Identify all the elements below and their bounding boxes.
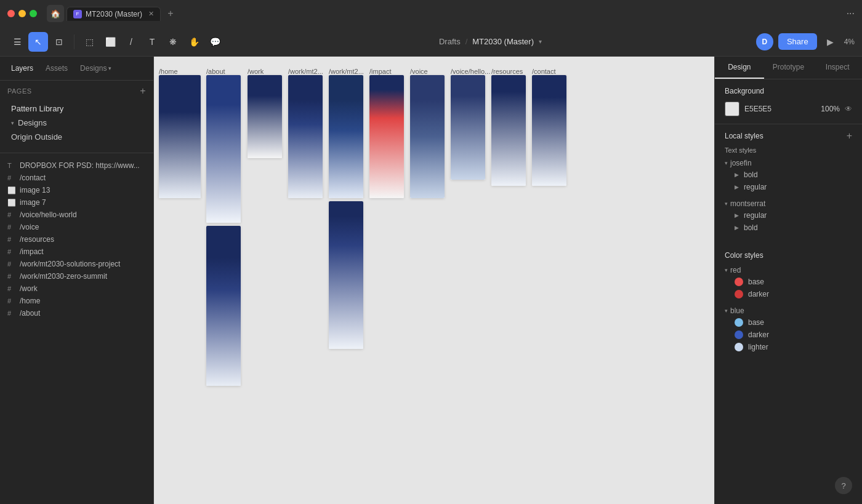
tab-inspect[interactable]: Inspect: [813, 57, 862, 79]
frame-group-work-zero: /work/mt2...: [329, 68, 364, 198]
layer-item-voice-hello[interactable]: # /voice/hello-world: [0, 209, 153, 221]
image-icon: ⬜: [7, 199, 16, 207]
add-tab-button[interactable]: +: [163, 6, 178, 21]
components-tool-button[interactable]: ❋: [163, 32, 183, 52]
blue-group-header[interactable]: ▾ blue: [725, 305, 852, 316]
pen-tool-button[interactable]: /: [121, 32, 141, 52]
frame-thumb-work-extra[interactable]: [329, 201, 363, 349]
titlebar: 🏠 F MT2030 (Master) ✕ + ···: [0, 0, 862, 27]
frame-thumb-work[interactable]: [248, 75, 282, 158]
frame-label-resources: /resources: [491, 68, 526, 75]
layer-item-dropbox[interactable]: T DROPBOX FOR PSD: https://www...: [0, 159, 153, 172]
layer-item-contact[interactable]: # /contact: [0, 172, 153, 184]
josefin-bold-chevron: ▶: [735, 172, 739, 178]
layer-item-work[interactable]: # /work: [0, 282, 153, 295]
canvas-inner[interactable]: /home /about /work: [154, 57, 714, 504]
frame-icon: #: [7, 223, 16, 231]
frame-group-work-extra: [329, 201, 363, 349]
add-page-button[interactable]: +: [140, 86, 146, 97]
user-avatar[interactable]: D: [756, 33, 773, 50]
fullscreen-window-button[interactable]: [30, 10, 37, 17]
tab-label: MT2030 (Master): [86, 10, 142, 18]
frame-group-impact: /impact: [369, 68, 404, 198]
zoom-level[interactable]: 4%: [844, 38, 855, 46]
layer-item-image13[interactable]: ⬜ image 13: [0, 184, 153, 196]
montserrat-bold-item[interactable]: ▶ bold: [725, 222, 852, 234]
layer-label: /home: [20, 297, 40, 305]
background-hex-value[interactable]: E5E5E5: [744, 105, 816, 113]
play-button[interactable]: ▶: [822, 33, 839, 50]
josefin-group-header[interactable]: ▾ josefin: [725, 158, 852, 169]
background-color-swatch[interactable]: [725, 102, 739, 116]
select-tool-button[interactable]: ⊡: [49, 32, 69, 52]
blue-lighter-item[interactable]: lighter: [725, 341, 852, 353]
tool-group-shapes: ⬚ ⬜ / T ❋ ✋ 💬: [79, 32, 225, 52]
layer-item-voice[interactable]: # /voice: [0, 221, 153, 233]
blue-darker-item[interactable]: darker: [725, 329, 852, 341]
page-item-designs[interactable]: ▾ Designs: [7, 116, 146, 130]
layer-item-image7[interactable]: ⬜ image 7: [0, 196, 153, 209]
montserrat-group-header[interactable]: ▾ montserrat: [725, 198, 852, 209]
blue-lighter-label: lighter: [748, 343, 768, 351]
frame-thumb-voice[interactable]: [410, 75, 445, 198]
active-tab[interactable]: F MT2030 (Master) ✕: [66, 7, 161, 21]
comment-tool-button[interactable]: 💬: [205, 32, 225, 52]
frame-thumb-about-2[interactable]: [206, 226, 241, 386]
frame-icon: #: [7, 285, 16, 292]
frame-thumb-work-zero[interactable]: [329, 75, 363, 198]
tab-design[interactable]: Design: [715, 57, 764, 79]
layer-item-resources[interactable]: # /resources: [0, 233, 153, 246]
tab-assets[interactable]: Assets: [42, 62, 71, 75]
shape-tool-button[interactable]: ⬜: [100, 32, 120, 52]
hand-tool-button[interactable]: ✋: [184, 32, 204, 52]
text-tool-button[interactable]: T: [142, 32, 162, 52]
blue-base-item[interactable]: base: [725, 316, 852, 329]
page-item-pattern-library[interactable]: Pattern Library: [7, 102, 146, 116]
layer-item-about[interactable]: # /about: [0, 307, 153, 319]
frame-thumb-impact[interactable]: [369, 75, 404, 198]
color-styles-section: Color styles ▾ red base darker: [715, 245, 862, 364]
josefin-bold-item[interactable]: ▶ bold: [725, 169, 852, 181]
breadcrumb-separator: /: [465, 37, 468, 46]
tab-close-button[interactable]: ✕: [148, 10, 154, 18]
tab-layers[interactable]: Layers: [7, 62, 37, 75]
frame-thumb-home[interactable]: [159, 75, 201, 198]
add-local-style-button[interactable]: +: [847, 130, 852, 142]
background-opacity-value[interactable]: 100%: [821, 105, 840, 113]
layer-item-work-solutions[interactable]: # /work/mt2030-solutions-project: [0, 258, 153, 270]
layer-item-home[interactable]: # /home: [0, 295, 153, 307]
frame-thumb-about[interactable]: [206, 75, 241, 223]
layer-label: /resources: [20, 235, 54, 244]
frame-thumb-resources[interactable]: [491, 75, 526, 186]
red-group-header[interactable]: ▾ red: [725, 265, 852, 276]
local-styles-title: Local styles: [725, 132, 763, 140]
minimize-window-button[interactable]: [18, 10, 26, 17]
home-button[interactable]: 🏠: [47, 5, 64, 22]
tab-prototype[interactable]: Prototype: [764, 57, 813, 79]
tab-designs[interactable]: Designs ▾: [76, 62, 115, 75]
layer-label: /work/mt2030-zero-summit: [20, 272, 107, 281]
help-button[interactable]: ?: [835, 477, 852, 494]
layer-item-impact[interactable]: # /impact: [0, 246, 153, 258]
color-group-red: ▾ red base darker: [725, 265, 852, 300]
frame-thumb-contact[interactable]: [532, 75, 566, 186]
document-dropdown-arrow[interactable]: ▾: [539, 38, 542, 45]
layer-item-work-zero-summit[interactable]: # /work/mt2030-zero-summit: [0, 270, 153, 282]
visibility-toggle-icon[interactable]: 👁: [845, 105, 852, 113]
move-tool-button[interactable]: ↖: [28, 32, 48, 52]
close-window-button[interactable]: [7, 10, 15, 17]
montserrat-regular-label: regular: [744, 211, 767, 220]
montserrat-bold-chevron: ▶: [735, 225, 739, 231]
frame-thumb-voice-hello[interactable]: [451, 75, 485, 180]
titlebar-more-button[interactable]: ···: [847, 8, 855, 19]
frame-tool-button[interactable]: ⬚: [79, 32, 99, 52]
page-item-origin-outside[interactable]: Origin Outside: [7, 130, 146, 144]
share-button[interactable]: Share: [778, 33, 817, 50]
montserrat-regular-item[interactable]: ▶ regular: [725, 209, 852, 222]
menu-button[interactable]: ☰: [7, 32, 27, 52]
frame-thumb-work-solutions[interactable]: [288, 75, 323, 198]
josefin-regular-item[interactable]: ▶ regular: [725, 181, 852, 193]
red-darker-item[interactable]: darker: [725, 288, 852, 300]
canvas[interactable]: /home /about /work: [154, 57, 714, 504]
red-base-item[interactable]: base: [725, 276, 852, 288]
